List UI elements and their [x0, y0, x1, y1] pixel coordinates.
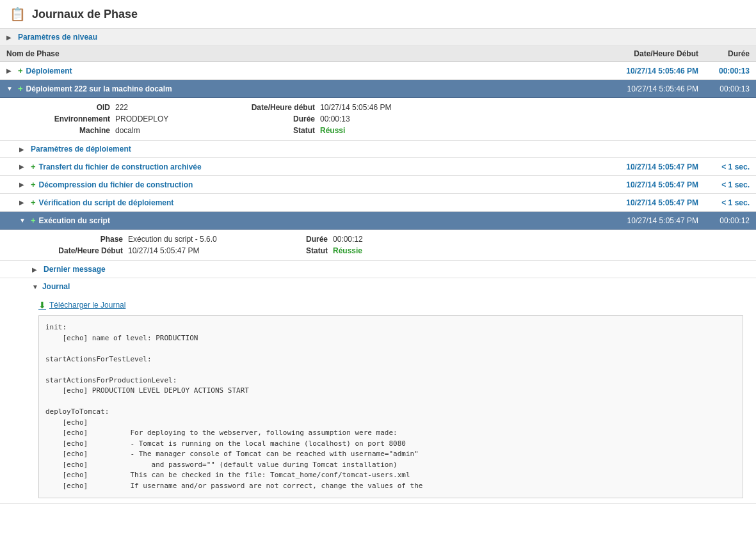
script-detail-block: Phase Exécution du script - 5.6.0 Durée …: [0, 230, 756, 261]
script-phase-value: Exécution du script - 5.6.0: [128, 235, 256, 244]
toggle-decompress-icon: ▶: [19, 181, 27, 188]
toggle-last-message-icon: ▶: [32, 266, 40, 273]
page-icon: 📋: [10, 6, 26, 22]
transfer-plus-icon: +: [31, 162, 36, 171]
decompress-plus-icon: +: [31, 180, 36, 189]
script-phase-label: Phase: [51, 235, 128, 244]
dur-detail-label: Durée: [243, 114, 320, 123]
col-phase-name: Nom de Phase: [6, 49, 583, 58]
download-label: Télécharger le Journal: [49, 301, 125, 310]
table-header: Nom de Phase Date/Heure Début Durée: [0, 46, 756, 62]
toggle-deployment-icon: ▶: [6, 67, 14, 74]
download-icon: ⬇: [38, 300, 46, 310]
log-content-box: init: [echo] name of level: PRODUCTION s…: [38, 315, 743, 498]
script-date-value: 10/27/14 5:05:47 PM: [128, 246, 256, 255]
script-status-label: Statut: [256, 246, 333, 255]
transfer-date: 10/27/14 5:05:47 PM: [583, 162, 698, 171]
toggle-transfer-icon: ▶: [19, 163, 27, 170]
deployment-expanded-date: 10/27/14 5:05:46 PM: [583, 84, 698, 93]
transfer-duration: < 1 sec.: [698, 162, 750, 171]
script-detail-grid: Phase Exécution du script - 5.6.0 Durée …: [51, 235, 743, 255]
env-label: Environnement: [38, 114, 115, 123]
script-status-value: Réussie: [333, 246, 743, 255]
status-label: Statut: [243, 126, 320, 135]
col-duration: Durée: [698, 49, 750, 58]
dur-detail-value: 00:00:13: [320, 114, 743, 123]
deployment-expanded-duration: 00:00:13: [698, 84, 750, 93]
machine-label: Machine: [38, 126, 115, 135]
journal-content: ⬇ Télécharger le Journal init: [echo] na…: [0, 295, 756, 503]
deployment-params-row[interactable]: ▶ Paramètres de déploiement: [0, 141, 756, 158]
params-level-label: Paramètres de niveau: [18, 33, 97, 42]
journal-label: Journal: [42, 282, 70, 291]
deployment-expanded-label: Déploiement 222 sur la machine docalm: [26, 84, 583, 93]
date-detail-label: Date/Heure début: [243, 103, 320, 112]
machine-value: docalm: [115, 126, 243, 135]
deployment-detail-block: OID 222 Date/Heure début 10/27/14 5:05:4…: [0, 98, 756, 141]
verify-date: 10/27/14 5:05:47 PM: [583, 198, 698, 207]
deploy-params-label: Paramètres de déploiement: [31, 145, 750, 154]
oid-value: 222: [115, 103, 243, 112]
deployment-expanded-plus-icon: +: [18, 84, 23, 93]
last-message-section: ▶ Dernier message: [0, 261, 756, 278]
last-message-header[interactable]: ▶ Dernier message: [0, 261, 756, 278]
script-dur-value: 00:00:12: [333, 235, 743, 244]
toggle-verify-icon: ▶: [19, 199, 27, 206]
decompress-date: 10/27/14 5:05:47 PM: [583, 180, 698, 189]
transfer-label: Transfert du fichier de construction arc…: [39, 162, 583, 171]
script-expanded-row[interactable]: ▼ + Exécution du script 10/27/14 5:05:47…: [0, 212, 756, 230]
verify-label: Vérification du script de déploiement: [39, 198, 583, 207]
verify-row[interactable]: ▶ + Vérification du script de déploiemen…: [0, 194, 756, 212]
page-header: 📋 Journaux de Phase: [0, 0, 756, 29]
script-duration: 00:00:12: [698, 216, 750, 225]
transfer-row[interactable]: ▶ + Transfert du fichier de construction…: [0, 158, 756, 176]
toggle-params-level-icon: ▶: [6, 34, 14, 41]
script-dur-label: Durée: [256, 235, 333, 244]
toggle-script-icon: ▼: [19, 217, 27, 224]
toggle-deployment-expanded-icon: ▼: [6, 85, 14, 92]
status-value: Réussi: [320, 126, 743, 135]
env-value: PRODDEPLOY: [115, 114, 243, 123]
download-journal-link[interactable]: ⬇ Télécharger le Journal: [38, 300, 743, 310]
journal-header[interactable]: ▼ Journal: [0, 278, 756, 295]
verify-plus-icon: +: [31, 198, 36, 207]
deployment-plus-icon: +: [18, 66, 23, 75]
decompress-label: Décompression du fichier de construction: [39, 180, 583, 189]
deployment-detail-grid: OID 222 Date/Heure début 10/27/14 5:05:4…: [38, 103, 743, 135]
page-title: Journaux de Phase: [32, 8, 138, 21]
toggle-deploy-params-icon: ▶: [19, 146, 27, 153]
journal-section: ▼ Journal ⬇ Télécharger le Journal init:…: [0, 278, 756, 504]
script-date-label: Date/Heure Début: [51, 246, 128, 255]
deployment-label: Déploiement: [26, 67, 72, 75]
oid-label: OID: [38, 103, 115, 112]
col-date-start: Date/Heure Début: [583, 49, 698, 58]
deployment-date: 10/27/14 5:05:46 PM: [583, 67, 698, 75]
script-plus-icon: +: [31, 216, 36, 225]
decompress-row[interactable]: ▶ + Décompression du fichier de construc…: [0, 176, 756, 194]
script-label: Exécution du script: [39, 216, 583, 225]
params-level-row[interactable]: ▶ Paramètres de niveau: [0, 29, 756, 46]
deployment-row[interactable]: ▶ + Déploiement 10/27/14 5:05:46 PM 00:0…: [0, 62, 756, 80]
script-date: 10/27/14 5:05:47 PM: [583, 216, 698, 225]
verify-duration: < 1 sec.: [698, 198, 750, 207]
decompress-duration: < 1 sec.: [698, 180, 750, 189]
deployment-expanded-row[interactable]: ▼ + Déploiement 222 sur la machine docal…: [0, 80, 756, 98]
deployment-duration: 00:00:13: [698, 67, 750, 75]
last-message-label: Dernier message: [44, 265, 106, 274]
date-detail-value: 10/27/14 5:05:46 PM: [320, 103, 743, 112]
toggle-journal-icon: ▼: [32, 283, 38, 290]
